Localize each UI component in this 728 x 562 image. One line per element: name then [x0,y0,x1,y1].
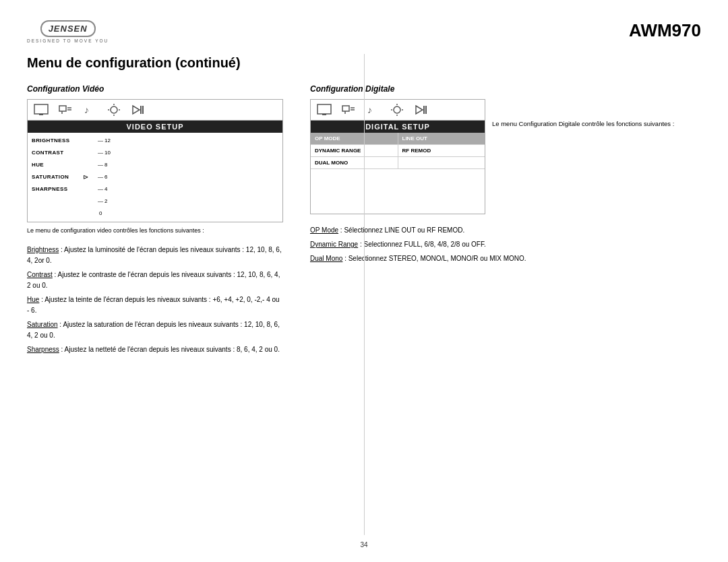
text-brightness: : Ajustez la luminosité de l'écran depui… [27,246,282,264]
digital-row-1: OP MODE LINE OUT [311,133,485,145]
term-brightness: Brightness [27,246,59,253]
desc-dynamic-range: Dynamic Range : Selectionnez FULL, 6/8, … [310,239,701,250]
digital-setup-box: DIGITAL SETUP OP MODE LINE OUT DYNAMIC R… [310,120,485,214]
icon-display-right [315,102,334,117]
right-note-text: Le menu Configuration Digitale contrôle … [492,119,701,129]
term-dual-mono: Dual Mono [310,255,342,262]
left-section-title: Configuration Vidéo [27,84,283,94]
row-hue: HUE [32,162,87,168]
icon-nav [56,102,75,117]
cell-op-mode: OP MODE [311,133,398,144]
page-number: 34 [360,541,367,549]
term-sharpness: Sharpness [27,346,59,353]
term-op-mode: OP Mode [310,226,338,234]
label-column: BRIGHTNESS CONTRAST HUE SATURATION ⊳ [28,134,95,219]
header: JENSEN DESIGNED TO MOVE YOU AWM970 [27,20,701,43]
desc-op-mode: OP Mode : Sélectionnez LINE OUT ou RF RE… [310,225,701,236]
text-contrast: : Ajustez le contraste de l'écran depuis… [27,271,280,289]
desc-dual-mono: Dual Mono : Selectionnez STEREO, MONO/L,… [310,253,701,264]
row-brightness: BRIGHTNESS [32,137,87,144]
cell-dual-mono: DUAL MONO [311,157,398,168]
svg-rect-17 [342,106,349,111]
digital-setup-area: ♪ DIGITAL SETUP [310,99,485,214]
text-dual-mono: : Selectionnez STEREO, MONO/L, MONO/R ou… [342,255,526,262]
digital-row-3: DUAL MONO [311,157,485,169]
digital-table: OP MODE LINE OUT DYNAMIC RANGE RF REMOD … [311,133,485,214]
icon-skip-right [412,102,431,117]
col-right: Configuration Digitale ♪ [310,84,701,358]
col-left: Configuration Vidéo ♪ [27,84,283,358]
cell-empty [398,157,485,168]
right-top-area: ♪ DIGITAL SETUP [310,99,701,214]
digital-empty-space [311,169,485,210]
row-sharpness: SHARPNESS [32,186,87,192]
text-saturation: : Ajustez la saturation de l'écran depui… [27,321,280,339]
svg-marker-27 [416,106,423,114]
term-hue: Hue [27,296,39,303]
icon-music: ♪ [80,102,99,117]
term-dynamic-range: Dynamic Range [310,241,358,248]
right-icon-row: ♪ [310,99,485,120]
logo-tagline: DESIGNED TO MOVE YOU [27,38,109,43]
logo-area: JENSEN DESIGNED TO MOVE YOU [27,20,109,43]
desc-hue: Hue : Ajustez la teinte de l'écran depui… [27,294,283,316]
text-hue: : Ajustez la teinte de l'écran depuis le… [27,296,280,314]
svg-point-22 [394,106,400,113]
right-section-title: Configuration Digitale [310,84,701,94]
icon-display [32,102,51,117]
icon-music-right: ♪ [363,102,382,117]
center-divider [364,54,365,535]
digital-setup-header: DIGITAL SETUP [311,121,485,133]
svg-rect-16 [322,114,326,115]
cell-line-out: LINE OUT [398,133,485,144]
desc-brightness: Brightness : Ajustez la luminosité de l'… [27,245,283,266]
term-contrast: Contrast [27,271,53,278]
video-setup-box: VIDEO SETUP BRIGHTNESS CONTRAST HUE [27,120,283,222]
logo: JENSEN [40,20,96,37]
svg-text:♪: ♪ [84,104,89,115]
video-setup-header: VIDEO SETUP [28,121,282,133]
desc-saturation: Saturation : Ajustez la saturation de l'… [27,319,283,341]
svg-rect-15 [317,104,331,114]
scale-column: — 12 — 10 — 8 — 6 [95,134,282,219]
text-sharpness: : Ajustez la netteté de l'écran depuis l… [59,346,280,353]
svg-rect-0 [34,104,48,114]
icon-skip [129,102,148,117]
left-descriptions: Brightness : Ajustez la luminosité de l'… [27,245,283,355]
svg-rect-2 [59,106,66,111]
desc-sharpness: Sharpness : Ajustez la netteté de l'écra… [27,344,283,355]
right-note-area: Le menu Configuration Digitale contrôle … [492,99,701,129]
icon-settings-right [388,102,406,117]
svg-text:♪: ♪ [367,104,372,115]
right-descriptions: OP Mode : Sélectionnez LINE OUT ou RF RE… [310,225,701,264]
row-contrast: CONTRAST [32,150,87,156]
svg-rect-1 [39,114,43,115]
svg-point-7 [111,106,117,113]
digital-row-2: DYNAMIC RANGE RF REMOD [311,145,485,157]
left-icon-row: ♪ [27,99,283,120]
video-menu-desc: Le menu de configuration video contrôles… [27,226,283,235]
icon-settings [104,102,123,117]
icon-nav-right [339,102,358,117]
row-saturation: SATURATION [32,174,87,180]
cell-rf-remod: RF REMOD [398,145,485,156]
desc-contrast: Contrast : Ajustez le contraste de l'écr… [27,270,283,291]
svg-marker-12 [133,106,140,114]
model-number: AWM970 [629,20,701,41]
page: JENSEN DESIGNED TO MOVE YOU AWM970 Menu … [0,0,728,562]
term-saturation: Saturation [27,321,58,328]
cell-dynamic-range: DYNAMIC RANGE [311,145,398,156]
text-op-mode: : Sélectionnez LINE OUT ou RF REMOD. [338,226,464,234]
text-dynamic-range: : Selectionnez FULL, 6/8, 4/8, 2/8 ou OF… [358,241,486,248]
